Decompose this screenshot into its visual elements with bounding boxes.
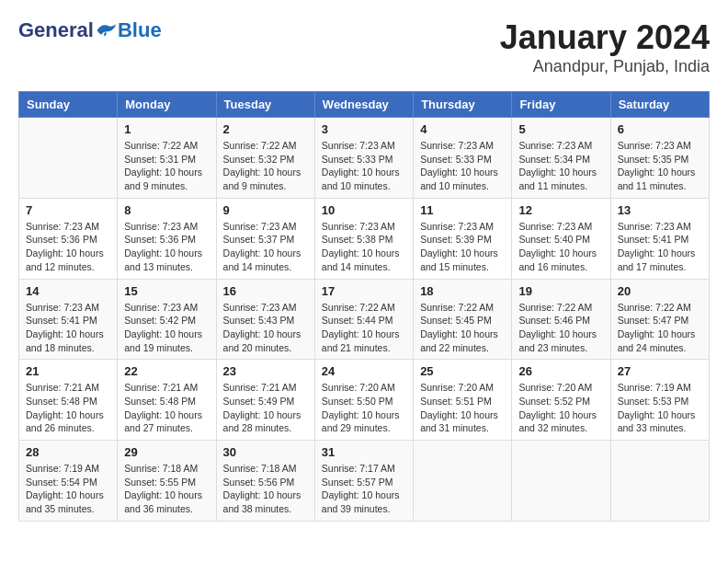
day-number: 12	[518, 203, 603, 217]
calendar-day-cell: 7Sunrise: 7:23 AMSunset: 5:36 PMDaylight…	[19, 198, 118, 279]
day-info: Sunrise: 7:23 AMSunset: 5:35 PMDaylight:…	[618, 139, 702, 193]
day-number: 1	[124, 122, 209, 136]
day-number: 6	[618, 122, 702, 136]
day-info: Sunrise: 7:19 AMSunset: 5:53 PMDaylight:…	[618, 381, 702, 435]
calendar-week-row: 1Sunrise: 7:22 AMSunset: 5:31 PMDaylight…	[19, 118, 710, 199]
day-info: Sunrise: 7:23 AMSunset: 5:39 PMDaylight:…	[420, 220, 505, 274]
day-number: 28	[26, 445, 110, 459]
day-number: 31	[322, 445, 406, 459]
day-info: Sunrise: 7:17 AMSunset: 5:57 PMDaylight:…	[322, 462, 406, 516]
day-info: Sunrise: 7:23 AMSunset: 5:36 PMDaylight:…	[124, 220, 209, 274]
calendar-day-cell	[19, 118, 118, 199]
calendar-day-cell: 8Sunrise: 7:23 AMSunset: 5:36 PMDaylight…	[118, 198, 216, 279]
day-info: Sunrise: 7:23 AMSunset: 5:33 PMDaylight:…	[322, 139, 406, 193]
day-info: Sunrise: 7:23 AMSunset: 5:38 PMDaylight:…	[322, 220, 406, 274]
day-number: 25	[420, 364, 505, 378]
day-info: Sunrise: 7:20 AMSunset: 5:52 PMDaylight:…	[518, 381, 603, 435]
calendar-day-cell: 17Sunrise: 7:22 AMSunset: 5:44 PMDayligh…	[314, 279, 413, 360]
calendar-day-cell: 11Sunrise: 7:23 AMSunset: 5:39 PMDayligh…	[414, 198, 512, 279]
weekday-header-cell: Tuesday	[216, 92, 314, 118]
logo: General Blue	[18, 18, 162, 42]
calendar-day-cell	[414, 441, 512, 522]
calendar-day-cell: 19Sunrise: 7:22 AMSunset: 5:46 PMDayligh…	[512, 279, 610, 360]
day-number: 26	[518, 364, 603, 378]
day-info: Sunrise: 7:21 AMSunset: 5:49 PMDaylight:…	[223, 381, 308, 435]
day-info: Sunrise: 7:23 AMSunset: 5:42 PMDaylight:…	[124, 301, 209, 355]
calendar-day-cell: 12Sunrise: 7:23 AMSunset: 5:40 PMDayligh…	[512, 198, 610, 279]
calendar-day-cell: 28Sunrise: 7:19 AMSunset: 5:54 PMDayligh…	[19, 441, 118, 522]
calendar-day-cell: 20Sunrise: 7:22 AMSunset: 5:47 PMDayligh…	[610, 279, 709, 360]
day-info: Sunrise: 7:20 AMSunset: 5:51 PMDaylight:…	[420, 381, 505, 435]
day-info: Sunrise: 7:20 AMSunset: 5:50 PMDaylight:…	[322, 381, 406, 435]
day-number: 16	[223, 284, 308, 298]
calendar-day-cell: 3Sunrise: 7:23 AMSunset: 5:33 PMDaylight…	[314, 118, 413, 199]
day-number: 22	[124, 364, 209, 378]
calendar-day-cell: 21Sunrise: 7:21 AMSunset: 5:48 PMDayligh…	[19, 360, 118, 441]
day-number: 20	[618, 284, 702, 298]
day-info: Sunrise: 7:23 AMSunset: 5:36 PMDaylight:…	[26, 220, 110, 274]
calendar-week-row: 28Sunrise: 7:19 AMSunset: 5:54 PMDayligh…	[19, 441, 710, 522]
calendar-day-cell: 9Sunrise: 7:23 AMSunset: 5:37 PMDaylight…	[216, 198, 314, 279]
day-number: 15	[124, 284, 209, 298]
weekday-header-cell: Sunday	[19, 92, 118, 118]
calendar-day-cell: 25Sunrise: 7:20 AMSunset: 5:51 PMDayligh…	[414, 360, 512, 441]
day-info: Sunrise: 7:22 AMSunset: 5:31 PMDaylight:…	[124, 139, 209, 193]
calendar-day-cell: 23Sunrise: 7:21 AMSunset: 5:49 PMDayligh…	[216, 360, 314, 441]
day-number: 30	[223, 445, 308, 459]
weekday-header-cell: Friday	[512, 92, 610, 118]
day-number: 13	[618, 203, 702, 217]
day-info: Sunrise: 7:21 AMSunset: 5:48 PMDaylight:…	[124, 381, 209, 435]
day-info: Sunrise: 7:18 AMSunset: 5:55 PMDaylight:…	[124, 462, 209, 516]
calendar-day-cell: 4Sunrise: 7:23 AMSunset: 5:33 PMDaylight…	[414, 118, 512, 199]
weekday-header-row: SundayMondayTuesdayWednesdayThursdayFrid…	[19, 92, 710, 118]
calendar-day-cell: 14Sunrise: 7:23 AMSunset: 5:41 PMDayligh…	[19, 279, 118, 360]
calendar-day-cell: 15Sunrise: 7:23 AMSunset: 5:42 PMDayligh…	[118, 279, 216, 360]
calendar-day-cell: 29Sunrise: 7:18 AMSunset: 5:55 PMDayligh…	[118, 441, 216, 522]
day-number: 29	[124, 445, 209, 459]
day-number: 24	[322, 364, 406, 378]
day-number: 7	[26, 203, 110, 217]
calendar-table: SundayMondayTuesdayWednesdayThursdayFrid…	[18, 91, 710, 522]
weekday-header-cell: Saturday	[610, 92, 709, 118]
calendar-day-cell: 24Sunrise: 7:20 AMSunset: 5:50 PMDayligh…	[314, 360, 413, 441]
day-number: 2	[223, 122, 308, 136]
weekday-header-cell: Monday	[118, 92, 216, 118]
day-number: 17	[322, 284, 406, 298]
day-number: 11	[420, 203, 505, 217]
day-info: Sunrise: 7:23 AMSunset: 5:37 PMDaylight:…	[223, 220, 308, 274]
weekday-header-cell: Thursday	[414, 92, 512, 118]
calendar-week-row: 7Sunrise: 7:23 AMSunset: 5:36 PMDaylight…	[19, 198, 710, 279]
day-info: Sunrise: 7:23 AMSunset: 5:41 PMDaylight:…	[618, 220, 702, 274]
day-info: Sunrise: 7:23 AMSunset: 5:40 PMDaylight:…	[518, 220, 603, 274]
day-info: Sunrise: 7:23 AMSunset: 5:41 PMDaylight:…	[26, 301, 110, 355]
day-number: 18	[420, 284, 505, 298]
calendar-day-cell: 18Sunrise: 7:22 AMSunset: 5:45 PMDayligh…	[414, 279, 512, 360]
day-info: Sunrise: 7:19 AMSunset: 5:54 PMDaylight:…	[26, 462, 110, 516]
calendar-title: January 2024	[500, 18, 710, 57]
calendar-day-cell: 22Sunrise: 7:21 AMSunset: 5:48 PMDayligh…	[118, 360, 216, 441]
day-number: 14	[26, 284, 110, 298]
title-block: January 2024 Anandpur, Punjab, India	[500, 18, 710, 76]
day-number: 27	[618, 364, 702, 378]
logo-blue: Blue	[118, 18, 162, 42]
day-number: 21	[26, 364, 110, 378]
day-info: Sunrise: 7:22 AMSunset: 5:45 PMDaylight:…	[420, 301, 505, 355]
calendar-day-cell: 5Sunrise: 7:23 AMSunset: 5:34 PMDaylight…	[512, 118, 610, 199]
calendar-subtitle: Anandpur, Punjab, India	[500, 57, 710, 76]
logo-bird-icon	[96, 21, 118, 40]
calendar-day-cell: 16Sunrise: 7:23 AMSunset: 5:43 PMDayligh…	[216, 279, 314, 360]
day-number: 8	[124, 203, 209, 217]
calendar-week-row: 14Sunrise: 7:23 AMSunset: 5:41 PMDayligh…	[19, 279, 710, 360]
calendar-day-cell	[610, 441, 709, 522]
calendar-day-cell: 30Sunrise: 7:18 AMSunset: 5:56 PMDayligh…	[216, 441, 314, 522]
calendar-day-cell: 27Sunrise: 7:19 AMSunset: 5:53 PMDayligh…	[610, 360, 709, 441]
day-number: 9	[223, 203, 308, 217]
day-number: 10	[322, 203, 406, 217]
day-info: Sunrise: 7:21 AMSunset: 5:48 PMDaylight:…	[26, 381, 110, 435]
calendar-day-cell	[512, 441, 610, 522]
logo-general: General	[18, 18, 94, 42]
calendar-day-cell: 10Sunrise: 7:23 AMSunset: 5:38 PMDayligh…	[314, 198, 413, 279]
weekday-header-cell: Wednesday	[314, 92, 413, 118]
day-number: 4	[420, 122, 505, 136]
day-number: 23	[223, 364, 308, 378]
